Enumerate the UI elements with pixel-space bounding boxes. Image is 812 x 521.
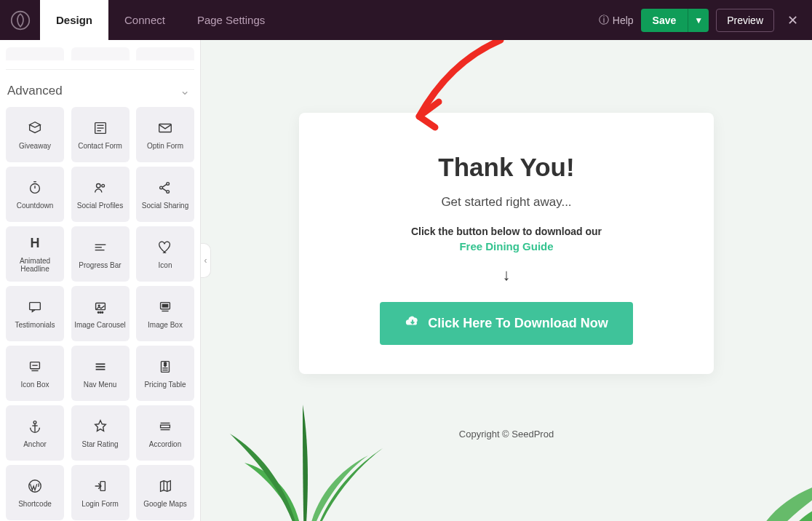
svg-point-21 [98,305,100,306]
svg-line-15 [162,188,167,191]
block-label: Google Maps [143,500,186,508]
image-box-icon [157,299,173,315]
block-countdown[interactable]: Countdown [6,167,64,222]
sidebar-collapse-handle[interactable]: ‹ [201,243,211,278]
save-button-group: Save ▼ [641,9,709,32]
tab-design[interactable]: Design [40,0,108,40]
block-hidden[interactable] [6,47,64,60]
block-shortcode[interactable]: Shortcode [6,465,64,520]
section-partial [6,47,194,60]
block-pricing-table[interactable]: $Pricing Table [136,346,194,401]
block-accordion[interactable]: Accordion [136,405,194,461]
block-star-rating[interactable]: Star Rating [71,405,130,461]
down-arrow-icon: ↓ [328,266,685,285]
progress-icon [92,239,108,255]
seedprod-logo [0,0,40,40]
help-link[interactable]: ⓘ Help [599,14,634,27]
gift-icon [27,120,43,136]
tab-page-settings[interactable]: Page Settings [181,0,281,40]
blocks-sidebar: Advanced ⌄ Giveaway Contact Form Optin F… [0,40,201,521]
free-guide-link[interactable]: Free Dining Guide [328,240,685,252]
block-hidden[interactable] [136,47,194,60]
save-button[interactable]: Save [641,9,688,32]
block-label: Testimonials [15,321,55,329]
block-label: Star Rating [81,440,118,448]
section-title: Advanced [7,84,63,98]
block-nav-menu[interactable]: Nav Menu [71,346,130,401]
block-label: Progress Bar [79,261,121,269]
block-google-maps[interactable]: Google Maps [136,465,194,520]
block-progress-bar[interactable]: Progress Bar [71,226,130,282]
block-image-carousel[interactable]: Image Carousel [71,286,130,341]
preview-canvas: Thank You! Get started right away... Cli… [201,40,812,521]
block-label: Contact Form [78,142,122,150]
svg-point-11 [160,186,163,189]
section-advanced-toggle[interactable]: Advanced ⌄ [6,69,194,107]
main-tabs: Design Connect Page Settings [40,0,281,40]
accordion-icon [157,418,173,434]
map-icon [157,478,173,494]
block-label: Accordion [149,440,181,448]
svg-text:$: $ [164,362,167,367]
blocks-grid: Giveaway Contact Form Optin Form Countdo… [6,107,194,520]
svg-rect-19 [30,302,41,309]
plant-decoration-right [739,456,812,521]
svg-point-9 [96,183,100,188]
block-label: Icon [159,261,172,269]
download-button[interactable]: Click Here To Download Now [380,302,633,345]
chevron-down-icon: ⌄ [180,83,190,98]
svg-point-13 [167,190,170,193]
envelope-icon [157,120,173,136]
download-button-label: Click Here To Download Now [428,316,608,331]
block-login-form[interactable]: Login Form [71,465,130,520]
svg-point-22 [97,311,99,313]
login-icon [92,478,108,494]
block-label: Optin Form [147,142,183,150]
block-giveaway[interactable]: Giveaway [6,107,64,162]
preview-button[interactable]: Preview [716,9,774,32]
block-image-box[interactable]: Image Box [136,286,194,341]
block-icon-box[interactable]: Icon Box [6,346,64,401]
block-social-profiles[interactable]: Social Profiles [71,167,130,222]
anchor-icon [27,418,43,434]
block-hidden[interactable] [71,47,130,60]
carousel-icon [92,299,108,315]
block-animated-headline[interactable]: HAnimated Headline [6,226,64,282]
thank-you-card: Thank You! Get started right away... Cli… [299,113,714,374]
block-label: Pricing Table [144,381,186,389]
icon-box-icon [27,359,43,375]
heart-icon [157,239,173,255]
form-icon [92,120,108,136]
block-social-sharing[interactable]: Social Sharing [136,167,194,222]
block-label: Countdown [17,202,54,210]
help-label: Help [613,15,634,26]
block-icon[interactable]: Icon [136,226,194,282]
svg-point-12 [167,182,170,185]
svg-rect-5 [159,124,172,132]
star-icon [92,418,108,434]
svg-point-10 [101,184,104,187]
tab-connect[interactable]: Connect [108,0,181,40]
block-label: Social Sharing [142,202,188,210]
topbar-right: ⓘ Help Save ▼ Preview ✕ [599,9,812,32]
chat-icon [27,299,43,315]
block-contact-form[interactable]: Contact Form [71,107,130,162]
block-label: Shortcode [18,500,52,508]
thank-you-line: Click the button below to download our [328,226,685,237]
save-dropdown[interactable]: ▼ [688,9,709,32]
wordpress-icon [27,478,43,494]
block-label: Animated Headline [20,257,50,273]
svg-rect-26 [162,304,167,307]
block-label: Giveaway [19,142,51,150]
menu-icon [92,359,108,375]
block-label: Image Carousel [74,321,126,329]
block-testimonials[interactable]: Testimonials [6,286,64,341]
block-optin-form[interactable]: Optin Form [136,107,194,162]
svg-point-23 [100,311,101,313]
plant-decoration-left [223,390,390,521]
block-label: Login Form [81,500,119,508]
workspace: Advanced ⌄ Giveaway Contact Form Optin F… [0,40,812,521]
block-anchor[interactable]: Anchor [6,405,64,461]
svg-point-24 [101,311,103,313]
close-button[interactable]: ✕ [781,9,803,31]
